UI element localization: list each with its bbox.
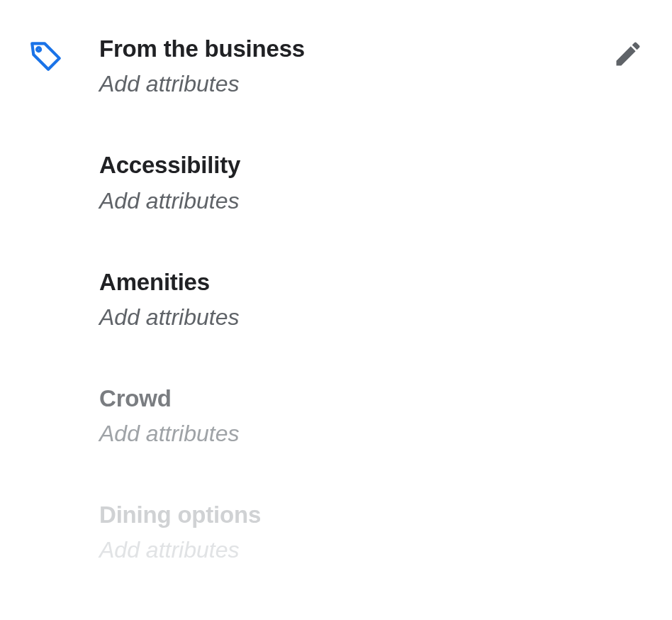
section-from-the-business[interactable]: From the business Add attributes bbox=[99, 34, 305, 101]
section-action: Add attributes bbox=[99, 67, 305, 101]
section-health-and-safety[interactable]: Health & safety Add attributes bbox=[99, 616, 305, 620]
tag-icon bbox=[28, 38, 64, 74]
section-action: Add attributes bbox=[99, 184, 305, 218]
svg-point-0 bbox=[37, 48, 40, 51]
section-title: Health & safety bbox=[99, 616, 305, 620]
section-action: Add attributes bbox=[99, 533, 305, 567]
section-action: Add attributes bbox=[99, 416, 305, 450]
section-amenities[interactable]: Amenities Add attributes bbox=[99, 267, 305, 334]
section-dining-options[interactable]: Dining options Add attributes bbox=[99, 500, 305, 567]
section-action: Add attributes bbox=[99, 300, 305, 334]
left-group: From the business Add attributes Accessi… bbox=[28, 34, 305, 620]
section-title: Accessibility bbox=[99, 150, 305, 179]
section-title: Crowd bbox=[99, 384, 305, 413]
attributes-panel: From the business Add attributes Accessi… bbox=[28, 34, 644, 620]
attribute-sections: From the business Add attributes Accessi… bbox=[99, 34, 305, 620]
pencil-icon[interactable] bbox=[612, 38, 644, 70]
section-title: From the business bbox=[99, 34, 305, 63]
section-accessibility[interactable]: Accessibility Add attributes bbox=[99, 150, 305, 217]
section-title: Amenities bbox=[99, 267, 305, 297]
section-title: Dining options bbox=[99, 500, 305, 529]
section-crowd[interactable]: Crowd Add attributes bbox=[99, 384, 305, 450]
